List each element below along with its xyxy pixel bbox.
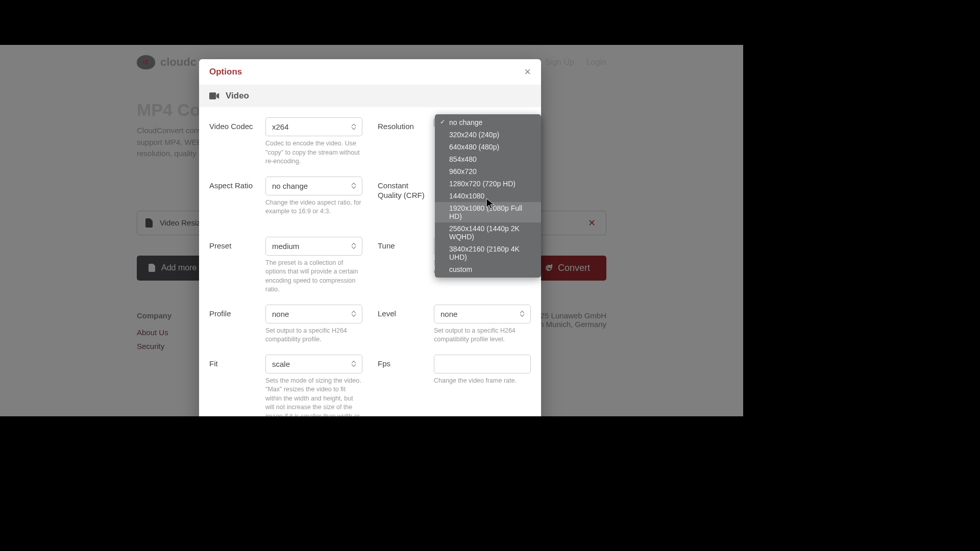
label-resolution: Resolution [378,117,427,132]
label-crf: Constant Quality (CRF) [378,177,427,201]
help-profile: Set output to a specific H264 compatibil… [265,327,362,344]
close-icon[interactable]: × [524,66,531,78]
help-preset: The preset is a collection of options th… [265,259,362,294]
resolution-dropdown: no change320x240 (240p)640x480 (480p)854… [435,114,541,278]
resolution-option[interactable]: no change [435,116,541,129]
resolution-option[interactable]: custom [435,263,541,276]
resolution-option[interactable]: 3840x2160 (2160p 4K UHD) [435,243,541,263]
label-aspect: Aspect Ratio [209,177,258,191]
select-video-codec[interactable]: x264 [265,117,362,136]
resolution-option[interactable]: 1280x720 (720p HD) [435,178,541,190]
select-value: x264 [272,122,289,131]
svg-rect-0 [209,92,216,99]
help-fps: Change the video frame rate. [434,377,531,386]
select-level[interactable]: none [434,305,531,323]
section-title: Video [226,91,249,101]
select-preset[interactable]: medium [265,237,362,256]
resolution-option[interactable]: 640x480 (480p) [435,141,541,153]
help-codec: Codec to encode the video. Use "copy" to… [265,139,362,166]
resolution-option[interactable]: 2560x1440 (1440p 2K WQHD) [435,222,541,243]
video-icon [209,92,219,99]
select-aspect[interactable]: no change [265,177,362,195]
label-video-codec: Video Codec [209,117,258,132]
select-profile[interactable]: none [265,305,362,323]
select-fit[interactable]: scale [265,355,362,373]
help-aspect: Change the video aspect ratio, for examp… [265,198,362,216]
select-value: scale [272,360,290,368]
label-preset: Preset [209,237,258,251]
label-tune: Tune [378,237,427,251]
select-value: none [440,310,457,318]
select-value: no change [272,182,308,190]
help-level: Set output to a specific H264 compatibil… [434,327,531,344]
modal-title: Options [209,67,242,77]
label-profile: Profile [209,305,258,319]
resolution-option[interactable]: 1440x1080 [435,190,541,202]
resolution-option[interactable]: 960x720 [435,165,541,178]
section-header-video: Video [199,85,541,107]
select-value: medium [272,242,299,251]
resolution-option[interactable]: 854x480 [435,153,541,165]
input-fps[interactable] [434,355,531,373]
select-value: none [272,310,289,318]
label-fps: Fps [378,355,427,369]
resolution-option[interactable]: 320x240 (240p) [435,129,541,141]
label-fit: Fit [209,355,258,369]
label-level: Level [378,305,427,319]
help-fit: Sets the mode of sizing the video. "Max"… [265,377,362,417]
resolution-option[interactable]: 980x551 (1080p Full HD) [435,202,541,222]
